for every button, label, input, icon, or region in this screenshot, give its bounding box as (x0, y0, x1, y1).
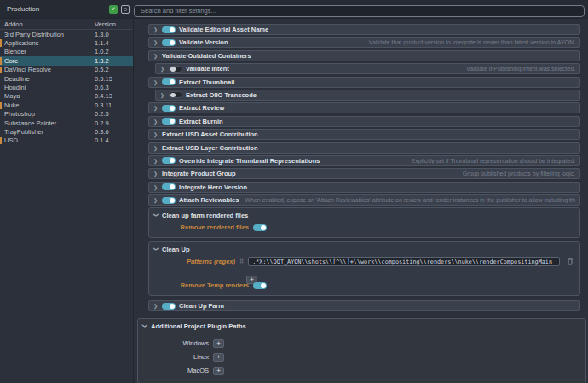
setting-row-override-integrate-thumbnail[interactable]: ❯ Override Integrate Thumbnail Represent… (148, 155, 580, 166)
chevron-right-icon[interactable]: ❯ (153, 197, 159, 203)
toggle-switch[interactable] (162, 303, 176, 310)
drag-handle-icon[interactable]: ⠿ (239, 258, 244, 265)
chevron-right-icon[interactable]: ❯ (153, 53, 159, 59)
addon-row[interactable]: USD0.1.4 (0, 136, 133, 145)
chevron-right-icon[interactable]: ❯ (153, 158, 159, 164)
toggle-switch[interactable] (162, 157, 176, 164)
chevron-down-icon[interactable]: ❯ (153, 212, 159, 218)
section-header[interactable]: ❯ Clean up farm rendered files (153, 210, 575, 220)
override-marker (0, 102, 2, 108)
addon-sidebar: Addon Version 3rd Party Distribution1.3.… (0, 19, 134, 383)
settings-window: Production ✓ Addon Version 3rd Party Dis… (0, 0, 588, 383)
addon-row-selected[interactable]: Core1.3.2 (0, 56, 133, 65)
addon-row[interactable]: Substance Painter0.2.9 (0, 119, 133, 127)
field-remove-rendered-files: Remove rendered files (153, 222, 575, 233)
toggle-switch[interactable] (162, 105, 176, 112)
chevron-down-icon[interactable]: ❯ (153, 247, 159, 252)
override-marker (0, 137, 2, 144)
field-linux-paths: Linux + (142, 351, 581, 363)
setting-description: When enabled, expose an 'Attach Reviewab… (245, 197, 575, 203)
field-macos-paths: MacOS + (142, 365, 581, 376)
add-windows-path-button[interactable]: + (213, 339, 224, 348)
search-input[interactable] (134, 5, 585, 17)
addon-row[interactable]: Houdini0.6.3 (0, 83, 133, 91)
toggle-switch[interactable] (162, 197, 176, 204)
setting-row-extract-thumbnail[interactable]: ❯ Extract Thumbnail (148, 77, 580, 88)
square-outline-icon[interactable] (121, 5, 130, 14)
add-linux-path-button[interactable]: + (213, 353, 224, 362)
toggle-switch[interactable] (253, 282, 267, 289)
override-marker (0, 57, 2, 64)
addon-row[interactable]: 3rd Party Distribution1.3.0 (0, 30, 133, 38)
chevron-right-icon[interactable]: ❯ (153, 171, 159, 177)
toggle-switch[interactable] (162, 183, 176, 190)
field-windows-paths: Windows + (142, 338, 581, 349)
chevron-right-icon[interactable]: ❯ (160, 66, 165, 72)
override-marker (0, 67, 2, 73)
chevron-right-icon[interactable]: ❯ (153, 79, 159, 85)
field-label: Remove rendered files (153, 223, 249, 231)
toggle-switch[interactable] (253, 224, 267, 231)
setting-row-validate-editorial-asset-name[interactable]: ❯ Validate Editorial Asset Name (148, 24, 580, 35)
setting-row-extract-burnin[interactable]: ❯ Extract Burnin (148, 116, 580, 127)
field-label: Remove Temp renders (153, 281, 249, 289)
field-label: Windows (142, 339, 209, 347)
chevron-right-icon[interactable]: ❯ (160, 92, 165, 98)
check-icon: ✓ (109, 5, 118, 14)
addon-row[interactable]: Blender1.0.2 (0, 48, 133, 56)
section-additional-project-plugin-paths: ❯ Additional Project Plugin Paths Window… (137, 318, 586, 383)
bundle-label: Production (7, 5, 39, 13)
toggle-switch[interactable] (162, 78, 176, 85)
delete-pattern-button[interactable] (564, 257, 575, 266)
addon-row[interactable]: Photoshop0.2.5 (0, 110, 133, 119)
chevron-right-icon[interactable]: ❯ (153, 145, 159, 151)
settings-panel: ❯ Validate Editorial Asset Name ❯ Valida… (135, 19, 588, 383)
chevron-right-icon[interactable]: ❯ (153, 119, 159, 125)
bundle-selector[interactable]: Production ✓ (0, 5, 134, 14)
section-title: Clean up farm rendered files (162, 212, 248, 219)
toggle-switch[interactable] (162, 39, 176, 46)
toggle-switch[interactable] (162, 118, 176, 125)
add-pattern-row: + (246, 270, 575, 278)
addon-row[interactable]: Nuke0.3.11 (0, 101, 133, 109)
section-header[interactable]: ❯ Clean Up (153, 244, 575, 254)
setting-row-extract-oiio-transcode[interactable]: ❯ Extract OIIO Transcode (155, 90, 580, 101)
chevron-right-icon[interactable]: ❯ (153, 105, 159, 111)
field-patterns-regex: Patterns (regex) ⠿ (153, 256, 575, 267)
setting-row-attach-reviewables[interactable]: ❯ Attach Reviewables When enabled, expos… (148, 194, 580, 206)
toggle-switch[interactable] (169, 91, 182, 98)
pattern-input[interactable] (248, 257, 560, 266)
chevron-right-icon[interactable]: ❯ (153, 131, 159, 137)
chevron-right-icon[interactable]: ❯ (153, 303, 159, 309)
chevron-right-icon[interactable]: ❯ (153, 39, 159, 45)
setting-row-validate-outdated-containers[interactable]: ❯ Validate Outdated Containers (148, 50, 580, 61)
chevron-right-icon[interactable]: ❯ (153, 26, 159, 32)
setting-row-clean-up-farm[interactable]: ❯ Clean Up Farm (148, 300, 580, 311)
chevron-down-icon[interactable]: ❯ (142, 323, 148, 328)
add-macos-path-button[interactable]: + (213, 367, 224, 375)
addon-row[interactable]: Deadline0.5.15 (0, 74, 133, 83)
toggle-switch[interactable] (169, 66, 182, 73)
setting-description: Explicitly set if Thumbnail representati… (412, 158, 575, 164)
field-label: Patterns (regex) (153, 258, 235, 265)
setting-row-validate-intent[interactable]: ❯ Validate Intent Validate if Publishing… (155, 63, 580, 74)
field-label: MacOS (142, 367, 209, 374)
setting-row-validate-version[interactable]: ❯ Validate Version Validate that product… (148, 37, 580, 48)
addon-row[interactable]: Maya0.4.13 (0, 92, 133, 101)
setting-row-extract-review[interactable]: ❯ Extract Review (148, 102, 580, 113)
setting-row-extract-usd-layer-contribution[interactable]: ❯ Extract USD Layer Contribution (148, 142, 580, 154)
addon-row[interactable]: Applications1.1.4 (0, 38, 133, 47)
setting-row-integrate-hero-version[interactable]: ❯ Integrate Hero Version (148, 182, 580, 193)
toggle-switch[interactable] (162, 26, 176, 33)
chevron-right-icon[interactable]: ❯ (153, 184, 159, 190)
section-header[interactable]: ❯ Additional Project Plugin Paths (142, 321, 581, 331)
setting-row-integrate-product-group[interactable]: ❯ Integrate Product Group Group publishe… (148, 168, 580, 179)
section-clean-up-farm-rendered-files: ❯ Clean up farm rendered files Remove re… (148, 207, 580, 238)
setting-row-extract-usd-asset-contribution[interactable]: ❯ Extract USD Asset Contribution (148, 129, 580, 140)
section-clean-up: ❯ Clean Up Patterns (regex) ⠿ + Remove T… (148, 241, 580, 296)
addon-list-header: Addon Version (0, 19, 133, 30)
top-bar: Production ✓ (0, 0, 588, 19)
addon-row[interactable]: DaVinci Resolve0.5.2 (0, 66, 133, 74)
setting-description: Group published products by filtering lo… (463, 171, 575, 177)
addon-row[interactable]: TrayPublisher0.3.6 (0, 127, 133, 136)
